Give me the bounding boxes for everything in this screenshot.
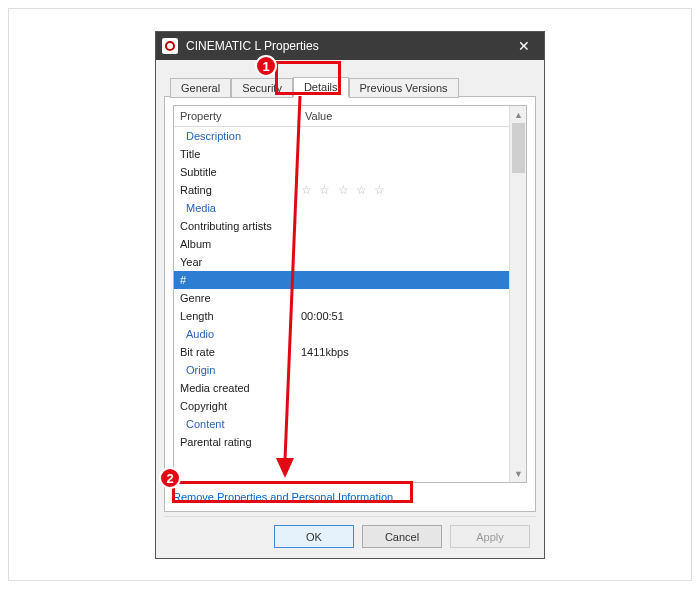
grid-row[interactable]: Length00:00:51: [174, 307, 509, 325]
scrollbar-vertical[interactable]: ▲ ▼: [509, 106, 526, 482]
grid-cell-property: Audio: [174, 328, 299, 340]
app-icon: [162, 38, 178, 54]
grid-row[interactable]: #: [174, 271, 509, 289]
grid-cell-property: #: [174, 274, 299, 286]
grid-cell-property: Parental rating: [174, 436, 299, 448]
grid-cell-property: Media: [174, 202, 299, 214]
grid-row[interactable]: Contributing artists: [174, 217, 509, 235]
grid-row[interactable]: Bit rate1411kbps: [174, 343, 509, 361]
grid-cell-property: Origin: [174, 364, 299, 376]
grid-group-row[interactable]: Content: [174, 415, 509, 433]
tab-details[interactable]: Details: [293, 77, 349, 97]
grid-group-row[interactable]: Audio: [174, 325, 509, 343]
grid-cell-property: Copyright: [174, 400, 299, 412]
grid-group-row[interactable]: Origin: [174, 361, 509, 379]
apply-button: Apply: [450, 525, 530, 548]
grid-group-row[interactable]: Media: [174, 199, 509, 217]
grid-body[interactable]: DescriptionTitleSubtitleRating☆ ☆ ☆ ☆ ☆M…: [174, 127, 509, 451]
column-value[interactable]: Value: [299, 106, 509, 126]
grid-row[interactable]: Album: [174, 235, 509, 253]
grid-cell-property: Title: [174, 148, 299, 160]
ok-button[interactable]: OK: [274, 525, 354, 548]
scroll-down-icon[interactable]: ▼: [510, 465, 527, 482]
grid-row[interactable]: Year: [174, 253, 509, 271]
grid-row[interactable]: Title: [174, 145, 509, 163]
property-grid: Property Value DescriptionTitleSubtitleR…: [173, 105, 527, 483]
grid-cell-value[interactable]: 1411kbps: [299, 346, 509, 358]
grid-cell-property: Album: [174, 238, 299, 250]
grid-cell-property: Year: [174, 256, 299, 268]
grid-row[interactable]: Copyright: [174, 397, 509, 415]
scroll-thumb[interactable]: [512, 123, 525, 173]
column-property[interactable]: Property: [174, 106, 299, 126]
titlebar[interactable]: CINEMATIC L Properties ✕: [156, 32, 544, 60]
window-title: CINEMATIC L Properties: [186, 39, 504, 53]
grid-cell-property: Length: [174, 310, 299, 322]
grid-cell-property: Content: [174, 418, 299, 430]
tab-general[interactable]: General: [170, 78, 231, 98]
dialog-content: General Security Details Previous Versio…: [156, 60, 544, 558]
grid-cell-property: Contributing artists: [174, 220, 299, 232]
scroll-up-icon[interactable]: ▲: [510, 106, 527, 123]
grid-group-row[interactable]: Description: [174, 127, 509, 145]
properties-dialog: CINEMATIC L Properties ✕ General Securit…: [155, 31, 545, 559]
grid-row[interactable]: Parental rating: [174, 433, 509, 451]
tab-strip: General Security Details Previous Versio…: [170, 76, 536, 96]
grid-cell-value[interactable]: 00:00:51: [299, 310, 509, 322]
grid-cell-property: Description: [174, 130, 299, 142]
cancel-button[interactable]: Cancel: [362, 525, 442, 548]
tab-previous-versions[interactable]: Previous Versions: [349, 78, 459, 98]
remove-properties-link[interactable]: Remove Properties and Personal Informati…: [173, 491, 527, 503]
grid-cell-property: Genre: [174, 292, 299, 304]
tab-panel-details: Property Value DescriptionTitleSubtitleR…: [164, 96, 536, 512]
tab-security[interactable]: Security: [231, 78, 293, 98]
grid-cell-property: Media created: [174, 382, 299, 394]
grid-cell-property: Subtitle: [174, 166, 299, 178]
grid-header: Property Value: [174, 106, 509, 127]
property-grid-inner: Property Value DescriptionTitleSubtitleR…: [174, 106, 509, 482]
grid-cell-value[interactable]: ☆ ☆ ☆ ☆ ☆: [299, 183, 509, 197]
grid-row[interactable]: Rating☆ ☆ ☆ ☆ ☆: [174, 181, 509, 199]
dialog-button-row: OK Cancel Apply: [164, 516, 536, 548]
close-button[interactable]: ✕: [504, 32, 544, 60]
grid-row[interactable]: Subtitle: [174, 163, 509, 181]
grid-cell-property: Rating: [174, 184, 299, 196]
grid-row[interactable]: Genre: [174, 289, 509, 307]
grid-row[interactable]: Media created: [174, 379, 509, 397]
grid-cell-property: Bit rate: [174, 346, 299, 358]
